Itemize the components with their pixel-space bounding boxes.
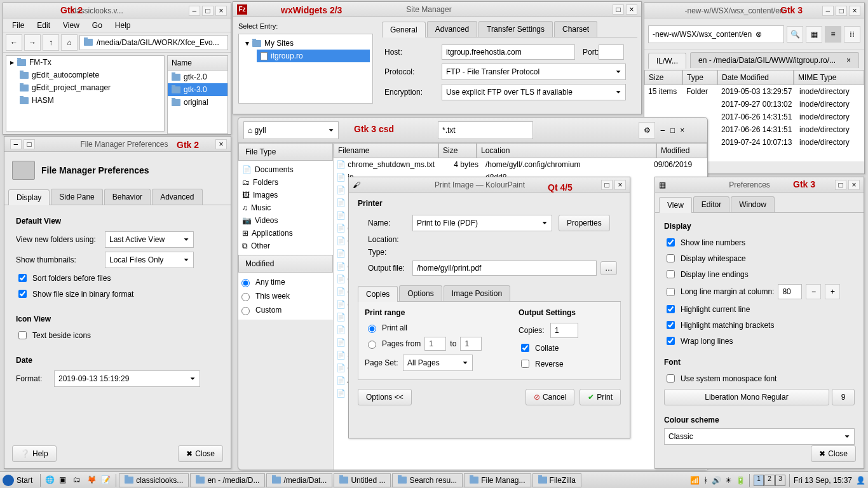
- radio-custom[interactable]: Custom: [238, 303, 333, 317]
- menu-file[interactable]: File: [6, 21, 31, 30]
- col-location[interactable]: Location: [477, 143, 656, 158]
- minimize-button[interactable]: ‒: [189, 6, 200, 16]
- close-button[interactable]: ×: [626, 4, 637, 15]
- col-date[interactable]: Date Modified: [717, 70, 794, 85]
- maximize-button[interactable]: □: [601, 180, 613, 190]
- host-input[interactable]: [442, 44, 575, 60]
- maximize-button[interactable]: □: [670, 126, 675, 135]
- font-selector[interactable]: Liberation Mono Regular: [664, 389, 829, 405]
- start-label[interactable]: Start: [17, 476, 32, 485]
- type-documents[interactable]: 📄 Documents: [238, 163, 333, 176]
- home-button[interactable]: ⌂: [61, 34, 78, 51]
- properties-button[interactable]: Properties: [559, 215, 610, 231]
- thumbnails-combo[interactable]: Local Files Only: [105, 252, 194, 268]
- tab-options[interactable]: Options: [399, 285, 442, 301]
- path-bar[interactable]: -new-w/WSX/wsx_content/en⊗: [648, 25, 784, 43]
- printer-combo[interactable]: Print to File (PDF): [412, 215, 552, 231]
- tab-imagepos[interactable]: Image Position: [444, 285, 510, 301]
- search-button[interactable]: 🔍: [787, 26, 803, 43]
- tab[interactable]: IL/W...: [648, 53, 686, 69]
- network-icon[interactable]: 📶: [690, 476, 700, 485]
- pageset-combo[interactable]: All Pages: [403, 355, 473, 371]
- browse-button[interactable]: …: [600, 261, 617, 275]
- tab-advanced[interactable]: Advanced: [427, 21, 477, 37]
- col-modified[interactable]: Modified: [656, 143, 707, 158]
- col-size[interactable]: Size: [438, 143, 477, 158]
- type-folders[interactable]: 🗂 Folders: [238, 176, 333, 189]
- highlight-brackets-check[interactable]: Highlight matching brackets: [664, 317, 855, 333]
- system-font-check[interactable]: Use system monospace font: [664, 370, 855, 386]
- type-videos[interactable]: 📷 Videos: [238, 214, 333, 227]
- radio-thisweek[interactable]: This week: [238, 289, 333, 303]
- display-line-endings-check[interactable]: Display line endings: [664, 266, 855, 282]
- pages-from-input[interactable]: [424, 337, 446, 351]
- close-button[interactable]: ×: [215, 6, 227, 16]
- minimize-button[interactable]: ‒: [660, 126, 665, 135]
- tab-copies[interactable]: Copies: [358, 286, 398, 302]
- site-tree[interactable]: ▾My Sites itgroup.ro: [238, 34, 373, 104]
- task-button[interactable]: Search resu...: [392, 473, 463, 487]
- increment-button[interactable]: +: [825, 284, 840, 299]
- titlebar[interactable]: -new-w/WSX/wsx_content/en ‒ □ ×: [644, 3, 864, 18]
- cancel-button[interactable]: ⊘Cancel: [526, 389, 574, 405]
- tab-transfer[interactable]: Transfer Settings: [478, 21, 553, 37]
- web-icon[interactable]: 🌐: [45, 475, 55, 485]
- maximize-button[interactable]: □: [24, 139, 35, 149]
- start-menu-icon[interactable]: [3, 475, 14, 486]
- help-button[interactable]: ❔ Help: [12, 445, 57, 462]
- close-button[interactable]: ×: [680, 126, 684, 135]
- colour-scheme-combo[interactable]: Classic: [664, 428, 855, 445]
- type-images[interactable]: 🖼 Images: [238, 189, 333, 201]
- view-icons-button[interactable]: ▦: [806, 26, 822, 43]
- menu-go[interactable]: Go: [86, 21, 109, 30]
- brightness-icon[interactable]: ☀: [725, 476, 732, 485]
- tab-charset[interactable]: Charset: [554, 21, 597, 37]
- view-list-button[interactable]: ≡: [825, 26, 841, 43]
- task-button[interactable]: File Manag...: [464, 473, 531, 487]
- tab[interactable]: en - /media/Data/GIL/WWW/itgroup.ro/...×: [690, 52, 859, 68]
- menu-edit[interactable]: Edit: [31, 21, 57, 30]
- col-mime[interactable]: MIME Type: [794, 70, 864, 85]
- type-music[interactable]: ♫ Music: [238, 201, 333, 214]
- close-icon[interactable]: ×: [846, 56, 851, 65]
- encryption-combo[interactable]: Use explicit FTP over TLS if available: [442, 84, 626, 100]
- reverse-check[interactable]: Reverse: [519, 356, 614, 372]
- close-button[interactable]: ✖ Close: [178, 445, 223, 462]
- decrement-button[interactable]: −: [806, 284, 821, 299]
- volume-icon[interactable]: 🔊: [712, 476, 721, 485]
- sidebar-tree[interactable]: ▸FM-Tx gEdit_autocomplete gEdit_project_…: [6, 55, 165, 132]
- type-applications[interactable]: ⊞ Applications: [238, 227, 333, 240]
- titlebar[interactable]: classiclooks.v... ‒ □ ×: [3, 3, 231, 18]
- print-button[interactable]: ✔Print: [580, 389, 621, 405]
- close-button[interactable]: ✖ Close: [811, 445, 856, 462]
- highlight-line-check[interactable]: Highlight current line: [664, 301, 855, 317]
- maximize-button[interactable]: □: [835, 180, 846, 190]
- minimize-button[interactable]: ‒: [822, 6, 834, 16]
- maximize-button[interactable]: □: [613, 4, 624, 15]
- home-combo[interactable]: ⌂ gyll: [243, 121, 339, 139]
- radio-pagesfrom[interactable]: Pages from to: [365, 335, 507, 353]
- task-button[interactable]: Untitled ...: [334, 473, 391, 487]
- display-whitespace-check[interactable]: Display whitespace: [664, 250, 855, 266]
- view-compact-button[interactable]: ⁞⁞: [844, 26, 860, 43]
- files-icon[interactable]: 🗂: [73, 475, 83, 485]
- menu-help[interactable]: Help: [109, 21, 137, 30]
- radio-anytime[interactable]: Any time: [238, 275, 333, 289]
- tab-general[interactable]: General: [382, 22, 426, 37]
- text-beside-check[interactable]: Text beside icons: [16, 327, 219, 343]
- col-type[interactable]: Type: [682, 70, 717, 85]
- tab-window[interactable]: Window: [731, 196, 775, 212]
- sort-folders-check[interactable]: Sort folders before files: [16, 270, 219, 286]
- file-list[interactable]: Name gtk-2.0 gtk-3.0 original: [167, 55, 228, 132]
- tab-display[interactable]: Display: [8, 189, 50, 205]
- options-expand-button[interactable]: Options <<: [358, 389, 412, 405]
- format-combo[interactable]: 2019-09-13 15:19:29: [54, 370, 200, 387]
- copies-spinner[interactable]: [550, 323, 578, 338]
- protocol-combo[interactable]: FTP - File Transfer Protocol: [442, 64, 626, 80]
- column-input[interactable]: [778, 284, 802, 299]
- font-size[interactable]: 9: [832, 389, 855, 405]
- task-button[interactable]: FileZilla: [532, 473, 581, 487]
- tab-editor[interactable]: Editor: [693, 196, 729, 212]
- tab-sidepane[interactable]: Side Pane: [51, 189, 102, 205]
- task-button[interactable]: classiclooks...: [119, 473, 189, 487]
